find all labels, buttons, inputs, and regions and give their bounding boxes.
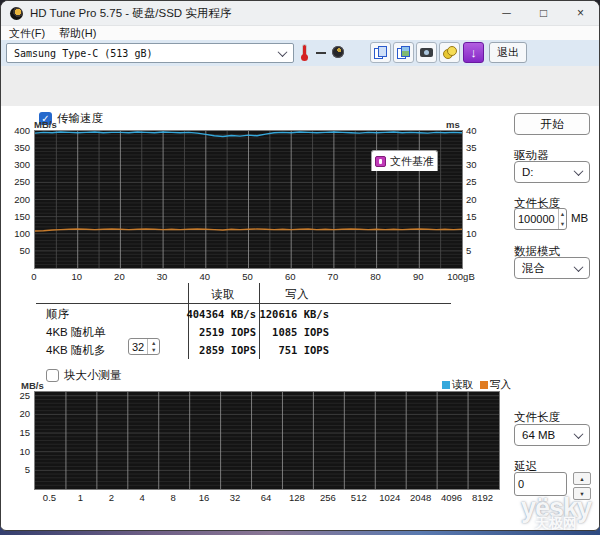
data-mode-select[interactable]: 混合: [514, 257, 590, 279]
window-title: HD Tune Pro 5.75 - 硬盘/SSD 实用程序: [30, 6, 231, 21]
spinner-arrows[interactable]: ▲▼: [147, 339, 159, 354]
spinner-up-icon[interactable]: ▲: [559, 209, 566, 219]
axis-tick-label: 10: [4, 446, 30, 457]
axis-tick-label: 90: [413, 271, 424, 282]
axis-tick-label: 100: [4, 228, 30, 239]
file-length-value: 100000: [515, 209, 558, 229]
close-button[interactable]: ×: [562, 1, 599, 25]
buy-button[interactable]: [439, 42, 460, 63]
axis-tick-label: 80: [370, 271, 381, 282]
axis-tick-label: 0.5: [43, 492, 56, 503]
axis-tick-label: 20: [4, 408, 30, 419]
axis-tick-label: 2048: [410, 492, 431, 503]
delay-input[interactable]: 0: [514, 472, 567, 496]
copy-image-icon: [397, 46, 410, 59]
menu-bar: 文件(F) 帮助(H): [1, 26, 599, 40]
spinner-up-icon[interactable]: ▲: [148, 339, 159, 347]
table-header-rule: [36, 303, 451, 304]
axis-tick-label: 256: [320, 492, 336, 503]
axis-tick-label: 350: [4, 142, 30, 153]
legend-write: 写入: [480, 378, 511, 392]
seq-write-value: 120616 KB/s: [259, 308, 329, 320]
legend-label: 读取: [452, 378, 473, 392]
axis-tick-label: 15: [466, 211, 477, 222]
seq-read-value: 404364 KB/s: [186, 308, 256, 320]
minimize-button[interactable]: ─: [488, 1, 525, 25]
window-controls: ─ □ ×: [488, 1, 599, 25]
axis-tick-label: 400: [4, 125, 30, 136]
axis-tick-label: 150: [4, 211, 30, 222]
axis-tick-label: 16: [199, 492, 210, 503]
coins-icon: [443, 46, 456, 59]
axis-tick-label: 1: [78, 492, 83, 503]
drive-select-value: Samsung Type-C (513 gB): [14, 48, 152, 59]
drive-select[interactable]: Samsung Type-C (513 gB): [6, 43, 294, 63]
target-drive-select[interactable]: D:: [514, 161, 590, 183]
axis-tick-label: 4096: [441, 492, 462, 503]
4kb-single-write-value: 1085 IOPS: [272, 326, 329, 338]
axis-tick-label: 100gB: [447, 271, 474, 282]
axis-tick-label: 30: [466, 159, 477, 170]
axis-tick-label: 35: [466, 142, 477, 153]
main-chart-yleft-unit: MB/s: [34, 119, 57, 130]
axis-tick-label: 2: [109, 492, 114, 503]
file-length-spinner[interactable]: 100000 ▲▼: [514, 208, 567, 230]
legend-label: 写入: [490, 378, 511, 392]
axis-tick-label: 5: [4, 464, 30, 475]
data-mode-value: 混合: [522, 261, 545, 276]
separator-dash-icon: [316, 52, 326, 54]
maximize-button[interactable]: □: [525, 1, 562, 25]
stepper-down-icon[interactable]: ▼: [573, 487, 591, 500]
chevron-down-icon: [574, 166, 584, 176]
exit-button[interactable]: 退出: [489, 42, 527, 63]
delay-value: 0: [515, 473, 566, 495]
axis-tick-label: 20: [114, 271, 125, 282]
block-size-chart: [34, 391, 500, 490]
temperature-icon: [301, 45, 309, 61]
checkbox-label: 传输速度: [57, 111, 103, 126]
toolbar: Samsung Type-C (513 gB) 退出: [1, 40, 599, 67]
axis-tick-label: 10: [71, 271, 82, 282]
axis-tick-label: 20: [466, 194, 477, 205]
tab-file-benchmark[interactable]: 文件基准: [371, 150, 438, 171]
4kb-multi-write-value: 751 IOPS: [278, 344, 329, 356]
screenshot-button[interactable]: [416, 42, 437, 63]
axis-tick-label: 40: [466, 125, 477, 136]
axis-tick-label: 128: [289, 492, 305, 503]
download-button[interactable]: [463, 42, 484, 63]
row-label-4kb-single: 4KB 随机单: [46, 325, 105, 340]
queue-depth-spinner[interactable]: 32 ▲▼: [128, 338, 160, 355]
spinner-arrows[interactable]: ▲▼: [558, 209, 566, 229]
read-swatch-icon: [442, 381, 450, 389]
main-chart-yright-unit: ms: [446, 119, 460, 130]
block-size-checkbox[interactable]: 块大小测量: [46, 368, 122, 383]
delay-stepper[interactable]: ▲ ▼: [573, 472, 591, 500]
menu-help[interactable]: 帮助(H): [59, 26, 96, 41]
timer-icon: [332, 46, 344, 58]
file-benchmark-panel: ✓ 传输速度 MB/s ms 读取 写入 顺序 404364 KB/s 1206…: [1, 106, 599, 528]
stepper-up-icon[interactable]: ▲: [573, 472, 591, 485]
file-length2-select[interactable]: 64 MB: [514, 424, 590, 446]
column-header-read: 读取: [212, 287, 235, 302]
axis-tick-label: 60: [285, 271, 296, 282]
axis-tick-label: 4: [140, 492, 145, 503]
axis-tick-label: 15: [4, 427, 30, 438]
copy-image-button[interactable]: [393, 42, 414, 63]
title-bar: HD Tune Pro 5.75 - 硬盘/SSD 实用程序 ─ □ ×: [1, 1, 599, 26]
spinner-down-icon[interactable]: ▼: [559, 219, 566, 229]
file-length2-value: 64 MB: [522, 429, 555, 441]
axis-tick-label: 10: [466, 228, 477, 239]
spinner-down-icon[interactable]: ▼: [148, 347, 159, 355]
start-button[interactable]: 开始: [514, 113, 590, 135]
menu-file[interactable]: 文件(F): [9, 26, 45, 41]
axis-tick-label: 32: [230, 492, 241, 503]
axis-tick-label: 50: [4, 245, 30, 256]
4kb-multi-read-value: 2859 IOPS: [199, 344, 256, 356]
axis-tick-label: 40: [200, 271, 211, 282]
tab-strip: AAM 随机访问 额外测试 基准 信息 健康 错误扫描 文件夹使用: [1, 66, 599, 106]
axis-tick-label: 0: [31, 271, 36, 282]
axis-tick-label: 200: [4, 194, 30, 205]
copy-text-button[interactable]: [370, 42, 391, 63]
4kb-single-read-value: 2519 IOPS: [199, 326, 256, 338]
tab-label: 文件基准: [390, 154, 434, 169]
